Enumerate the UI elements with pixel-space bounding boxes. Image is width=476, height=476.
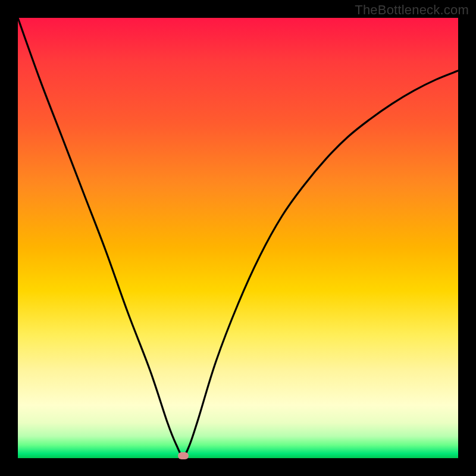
curve-path	[18, 18, 458, 456]
chart-plot-area	[18, 18, 458, 458]
minimum-marker	[178, 452, 189, 459]
bottleneck-curve	[18, 18, 458, 458]
watermark-text: TheBottleneck.com	[355, 2, 469, 18]
